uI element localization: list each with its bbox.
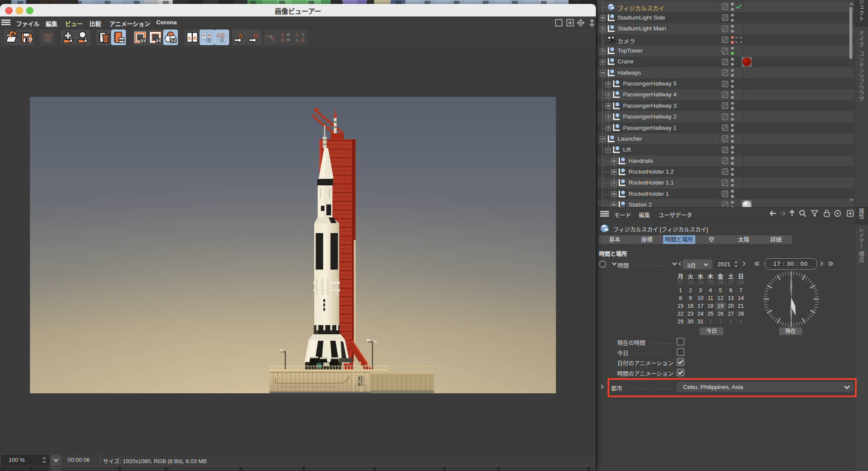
svg-text:A: A — [295, 32, 299, 38]
svg-text:A: A — [266, 33, 270, 40]
svg-text:B: B — [281, 37, 285, 43]
svg-text:?: ? — [29, 37, 33, 44]
svg-text:B: B — [301, 37, 305, 43]
svg-text:B: B — [208, 33, 211, 37]
svg-text:A: A — [203, 33, 206, 37]
svg-text:B: B — [194, 36, 197, 41]
svg-text:A: A — [188, 36, 191, 41]
